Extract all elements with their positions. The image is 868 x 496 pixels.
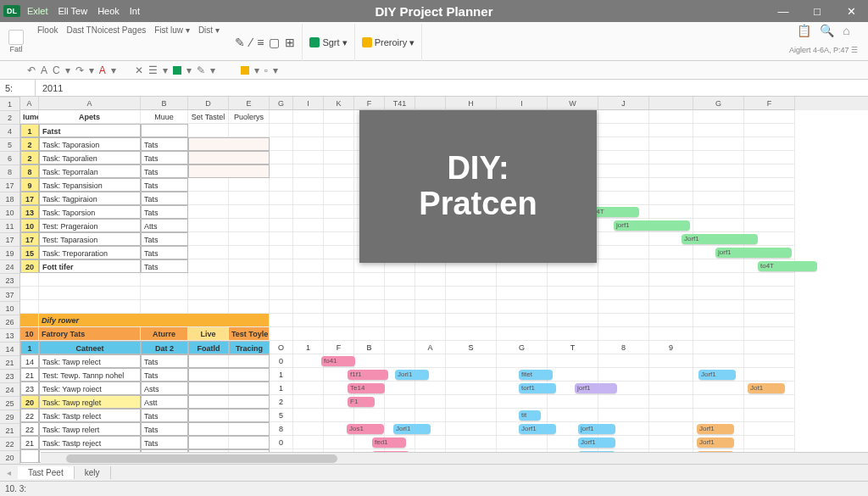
- minimize-button[interactable]: —: [766, 0, 800, 22]
- cell[interactable]: [497, 287, 548, 300]
- cell[interactable]: Task: Tawp relect: [39, 354, 141, 368]
- cell[interactable]: [188, 382, 270, 395]
- clear-icon[interactable]: ✕: [135, 64, 143, 76]
- formula-input[interactable]: 2011: [36, 80, 868, 96]
- cell[interactable]: [693, 409, 744, 422]
- cell[interactable]: [693, 124, 744, 137]
- cell[interactable]: [324, 246, 354, 259]
- cell[interactable]: [293, 300, 324, 314]
- cell[interactable]: [415, 354, 446, 368]
- cell[interactable]: [693, 219, 744, 232]
- cell[interactable]: [385, 273, 415, 287]
- col-header-W[interactable]: W: [548, 97, 598, 110]
- cell[interactable]: 17: [20, 192, 39, 205]
- cell[interactable]: G: [497, 341, 548, 354]
- cell[interactable]: [649, 273, 693, 287]
- cell[interactable]: [548, 409, 598, 422]
- cell[interactable]: 2: [20, 137, 39, 151]
- cell[interactable]: [446, 409, 497, 422]
- cell[interactable]: [598, 137, 649, 151]
- cell[interactable]: 17: [20, 232, 39, 246]
- cell[interactable]: [229, 287, 270, 300]
- row-header[interactable]: 11: [0, 220, 19, 233]
- row-header[interactable]: 5: [0, 138, 19, 152]
- gantt-bar[interactable]: jorf1: [715, 248, 792, 258]
- cell[interactable]: [188, 178, 229, 192]
- menu-item-1[interactable]: Exlet: [27, 6, 47, 16]
- cell[interactable]: [693, 341, 744, 354]
- chevron-down-icon-6[interactable]: ▾: [210, 64, 215, 76]
- cell[interactable]: [188, 259, 229, 273]
- cell[interactable]: [693, 354, 744, 368]
- cell[interactable]: [415, 314, 446, 327]
- cell[interactable]: [229, 232, 270, 246]
- cell[interactable]: [693, 259, 744, 273]
- cell[interactable]: [415, 395, 446, 409]
- cell[interactable]: [385, 300, 415, 314]
- cell[interactable]: Aturre: [141, 327, 188, 341]
- cell[interactable]: Dify rower: [39, 314, 270, 327]
- ribbon-tab-2[interactable]: Dast TNoicest Pages: [66, 25, 146, 35]
- cell[interactable]: 9: [20, 178, 39, 192]
- close-button[interactable]: ✕: [834, 0, 868, 22]
- cell[interactable]: [270, 219, 293, 232]
- cell[interactable]: 1: [270, 368, 293, 382]
- cell[interactable]: [293, 436, 324, 449]
- cell[interactable]: [229, 219, 270, 232]
- cell[interactable]: 1: [270, 382, 293, 395]
- cell[interactable]: Test Toyle: [229, 327, 270, 341]
- menu-item-3[interactable]: Heok: [97, 6, 120, 16]
- col-header-A[interactable]: A: [39, 97, 141, 110]
- gantt-bar[interactable]: fo41: [321, 356, 355, 366]
- cell[interactable]: [415, 327, 446, 341]
- cell[interactable]: 15: [20, 246, 39, 259]
- cell[interactable]: Fott tifer: [39, 259, 141, 273]
- cell[interactable]: [497, 436, 548, 449]
- cell[interactable]: [293, 205, 324, 219]
- cell[interactable]: [649, 205, 693, 219]
- cell[interactable]: 21: [20, 368, 39, 382]
- cell[interactable]: [415, 273, 446, 287]
- cell[interactable]: [446, 273, 497, 287]
- fill-color-icon[interactable]: [173, 66, 181, 75]
- cell[interactable]: [385, 382, 415, 395]
- cell[interactable]: [548, 327, 598, 341]
- cell[interactable]: [693, 164, 744, 178]
- cell[interactable]: Test: Tewp. Tannp nohel: [39, 368, 141, 382]
- cell[interactable]: [324, 164, 354, 178]
- cell[interactable]: Task: Taporsion: [39, 205, 141, 219]
- cell[interactable]: [693, 205, 744, 219]
- cell[interactable]: [385, 409, 415, 422]
- cell[interactable]: [497, 273, 548, 287]
- cell[interactable]: [693, 178, 744, 192]
- cell[interactable]: 9: [649, 341, 693, 354]
- cell[interactable]: 0: [270, 436, 293, 449]
- gantt-bar[interactable]: Jorf1: [519, 424, 556, 434]
- cell[interactable]: [20, 287, 39, 300]
- cell[interactable]: [415, 409, 446, 422]
- ribbon-tab-4[interactable]: Dist ▾: [198, 25, 220, 35]
- cell[interactable]: [354, 314, 385, 327]
- redo-icon[interactable]: ↷: [75, 64, 84, 76]
- cell[interactable]: [598, 327, 649, 341]
- cell[interactable]: [415, 300, 446, 314]
- cell[interactable]: Foatld: [188, 341, 229, 354]
- gantt-bar[interactable]: jorf1: [614, 220, 690, 231]
- cell[interactable]: [744, 273, 795, 287]
- cell[interactable]: [744, 164, 795, 178]
- cell[interactable]: [548, 287, 598, 300]
- sheet-tab-2[interactable]: kely: [75, 466, 111, 479]
- cell[interactable]: [598, 273, 649, 287]
- cell[interactable]: [744, 151, 795, 164]
- cell[interactable]: 2: [20, 151, 39, 164]
- pen-icon[interactable]: ✎: [197, 64, 205, 76]
- cell[interactable]: [188, 395, 270, 409]
- cell[interactable]: [270, 314, 293, 327]
- cell[interactable]: [141, 300, 188, 314]
- cell[interactable]: [354, 409, 385, 422]
- ribbon-tab-3[interactable]: Fist luw ▾: [154, 25, 190, 35]
- cell[interactable]: [446, 314, 497, 327]
- cell[interactable]: [744, 422, 795, 436]
- cell[interactable]: [693, 314, 744, 327]
- row-header[interactable]: 14: [0, 343, 19, 356]
